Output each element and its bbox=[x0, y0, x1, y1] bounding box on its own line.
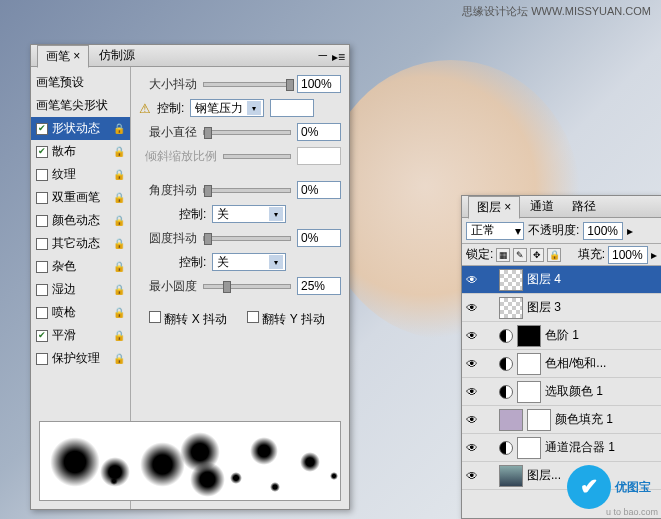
visibility-icon[interactable]: 👁 bbox=[465, 441, 479, 455]
layer-thumb[interactable] bbox=[499, 297, 523, 319]
layer-name[interactable]: 选取颜色 1 bbox=[545, 383, 658, 400]
chevron-down-icon: ▾ bbox=[269, 255, 283, 269]
opacity-label: 不透明度: bbox=[528, 222, 579, 239]
chevron-right-icon[interactable]: ▸ bbox=[627, 224, 633, 238]
layer-row[interactable]: 👁选取颜色 1 bbox=[462, 378, 661, 406]
size-jitter-slider[interactable] bbox=[203, 82, 291, 87]
layer-name[interactable]: 图层 4 bbox=[527, 271, 658, 288]
sidebar-dual-brush[interactable]: 双重画笔🔒 bbox=[31, 186, 130, 209]
tab-brush[interactable]: 画笔 × bbox=[37, 45, 89, 68]
tab-channels[interactable]: 通道 bbox=[522, 196, 562, 217]
visibility-icon[interactable]: 👁 bbox=[465, 329, 479, 343]
control-label: 控制: bbox=[179, 254, 206, 271]
flip-x-checkbox[interactable]: 翻转 X 抖动 bbox=[149, 311, 227, 328]
layers-titlebar[interactable]: 图层 × 通道 路径 bbox=[462, 196, 661, 218]
layer-row[interactable]: 👁图层 3 bbox=[462, 294, 661, 322]
layer-thumb[interactable] bbox=[499, 465, 523, 487]
layer-row[interactable]: 👁颜色填充 1 bbox=[462, 406, 661, 434]
angle-jitter-value[interactable]: 0% bbox=[297, 181, 341, 199]
layer-row[interactable]: 👁色相/饱和... bbox=[462, 350, 661, 378]
visibility-icon[interactable]: 👁 bbox=[465, 357, 479, 371]
sidebar-wet-edges[interactable]: 湿边🔒 bbox=[31, 278, 130, 301]
chevron-down-icon: ▾ bbox=[269, 207, 283, 221]
layer-mask[interactable] bbox=[517, 325, 541, 347]
control-label: 控制: bbox=[179, 206, 206, 223]
adjustment-icon bbox=[499, 357, 513, 371]
tilt-scale-label: 倾斜缩放比例 bbox=[139, 148, 217, 165]
layer-name[interactable]: 图层 3 bbox=[527, 299, 658, 316]
lock-pixels-icon[interactable]: ✎ bbox=[513, 248, 527, 262]
sidebar-airbrush[interactable]: 喷枪🔒 bbox=[31, 301, 130, 324]
visibility-icon[interactable]: 👁 bbox=[465, 273, 479, 287]
layer-row[interactable]: 👁图层 4 bbox=[462, 266, 661, 294]
panel-menu-icon[interactable]: ▸≡ bbox=[332, 50, 345, 64]
sidebar-brush-presets[interactable]: 画笔预设 bbox=[31, 71, 130, 94]
sidebar-texture[interactable]: 纹理🔒 bbox=[31, 163, 130, 186]
tab-paths[interactable]: 路径 bbox=[564, 196, 604, 217]
layer-row[interactable]: 👁通道混合器 1 bbox=[462, 434, 661, 462]
warning-icon: ⚠ bbox=[139, 101, 151, 116]
tab-layers[interactable]: 图层 × bbox=[468, 196, 520, 219]
adjustment-icon bbox=[499, 441, 513, 455]
control3-select[interactable]: 关▾ bbox=[212, 253, 286, 271]
layer-thumb[interactable] bbox=[499, 409, 523, 431]
min-roundness-value[interactable]: 25% bbox=[297, 277, 341, 295]
visibility-icon[interactable]: 👁 bbox=[465, 301, 479, 315]
size-jitter-value[interactable]: 100% bbox=[297, 75, 341, 93]
min-roundness-label: 最小圆度 bbox=[139, 278, 197, 295]
layer-name[interactable]: 颜色填充 1 bbox=[555, 411, 658, 428]
layer-mask[interactable] bbox=[527, 409, 551, 431]
tab-clone-source[interactable]: 仿制源 bbox=[91, 45, 143, 66]
chevron-right-icon[interactable]: ▸ bbox=[651, 248, 657, 262]
layer-name[interactable]: 色相/饱和... bbox=[545, 355, 658, 372]
layer-mask[interactable] bbox=[517, 353, 541, 375]
watermark-top: 思缘设计论坛 WWW.MISSYUAN.COM bbox=[462, 4, 651, 19]
fill-value[interactable]: 100% bbox=[608, 246, 648, 264]
blend-mode-select[interactable]: 正常▾ bbox=[466, 222, 524, 240]
min-diameter-value[interactable]: 0% bbox=[297, 123, 341, 141]
adjustment-icon bbox=[499, 385, 513, 399]
visibility-icon[interactable]: 👁 bbox=[465, 385, 479, 399]
sidebar-shape-dynamics[interactable]: ✔形状动态🔒 bbox=[31, 117, 130, 140]
roundness-jitter-value[interactable]: 0% bbox=[297, 229, 341, 247]
tilt-scale-value bbox=[297, 147, 341, 165]
watermark-logo: ✔ 优图宝 bbox=[567, 465, 651, 509]
lock-transparency-icon[interactable]: ▦ bbox=[496, 248, 510, 262]
lock-icon: 🔒 bbox=[113, 330, 125, 341]
sidebar-noise[interactable]: 杂色🔒 bbox=[31, 255, 130, 278]
roundness-jitter-slider[interactable] bbox=[203, 236, 291, 241]
sidebar-scattering[interactable]: ✔散布🔒 bbox=[31, 140, 130, 163]
flip-y-checkbox[interactable]: 翻转 Y 抖动 bbox=[247, 311, 325, 328]
layer-row[interactable]: 👁色阶 1 bbox=[462, 322, 661, 350]
lock-icon: 🔒 bbox=[113, 169, 125, 180]
min-roundness-slider[interactable] bbox=[203, 284, 291, 289]
lock-icon: 🔒 bbox=[113, 353, 125, 364]
chevron-down-icon: ▾ bbox=[515, 224, 521, 238]
min-diameter-slider[interactable] bbox=[203, 130, 291, 135]
layer-name[interactable]: 通道混合器 1 bbox=[545, 439, 658, 456]
lock-icon: 🔒 bbox=[113, 261, 125, 272]
control1-select[interactable]: 钢笔压力▾ bbox=[190, 99, 264, 117]
angle-jitter-slider[interactable] bbox=[203, 188, 291, 193]
lock-position-icon[interactable]: ✥ bbox=[530, 248, 544, 262]
sidebar-smoothing[interactable]: ✔平滑🔒 bbox=[31, 324, 130, 347]
brush-preview bbox=[39, 421, 341, 501]
fill-label: 填充: bbox=[578, 246, 605, 263]
min-diameter-label: 最小直径 bbox=[139, 124, 197, 141]
sidebar-other-dynamics[interactable]: 其它动态🔒 bbox=[31, 232, 130, 255]
lock-all-icon[interactable]: 🔒 bbox=[547, 248, 561, 262]
close-icon[interactable]: ─ bbox=[318, 48, 327, 62]
opacity-value[interactable]: 100% bbox=[583, 222, 623, 240]
sidebar-brush-tip[interactable]: 画笔笔尖形状 bbox=[31, 94, 130, 117]
layer-thumb[interactable] bbox=[499, 269, 523, 291]
layer-mask[interactable] bbox=[517, 437, 541, 459]
control1-extra[interactable] bbox=[270, 99, 314, 117]
brush-titlebar[interactable]: 画笔 × 仿制源 ─ ▸≡ bbox=[31, 45, 349, 67]
visibility-icon[interactable]: 👁 bbox=[465, 413, 479, 427]
sidebar-color-dynamics[interactable]: 颜色动态🔒 bbox=[31, 209, 130, 232]
layer-name[interactable]: 色阶 1 bbox=[545, 327, 658, 344]
visibility-icon[interactable]: 👁 bbox=[465, 469, 479, 483]
layer-mask[interactable] bbox=[517, 381, 541, 403]
sidebar-protect-texture[interactable]: 保护纹理🔒 bbox=[31, 347, 130, 370]
control2-select[interactable]: 关▾ bbox=[212, 205, 286, 223]
